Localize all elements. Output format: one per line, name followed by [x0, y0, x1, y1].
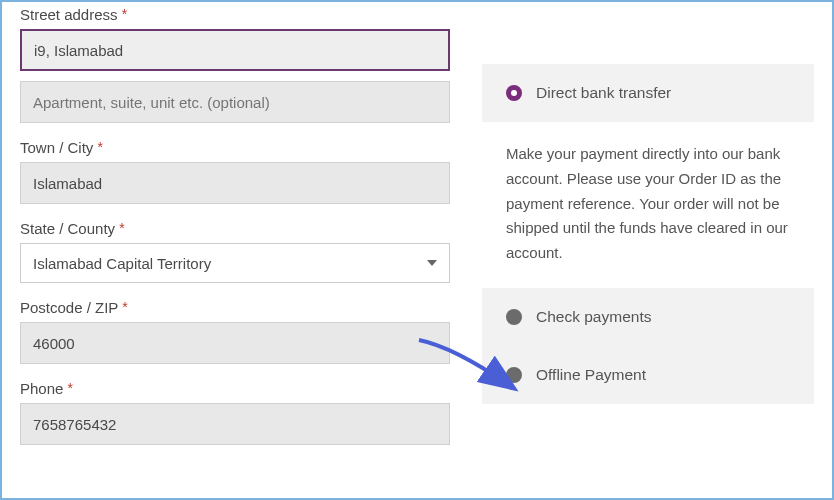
- state-select[interactable]: Islamabad Capital Territory: [20, 243, 450, 283]
- address-line2-input[interactable]: [20, 81, 450, 123]
- phone-label: Phone *: [20, 380, 450, 397]
- payment-option-offline[interactable]: Offline Payment: [482, 346, 814, 404]
- state-group: State / County * Islamabad Capital Terri…: [20, 220, 450, 283]
- label-text: Phone: [20, 380, 63, 397]
- payment-option-bank-transfer[interactable]: Direct bank transfer: [482, 64, 814, 122]
- payment-option-label: Offline Payment: [536, 366, 646, 384]
- payment-option-label: Check payments: [536, 308, 651, 326]
- street-address-group: Street address *: [20, 6, 450, 123]
- city-group: Town / City *: [20, 139, 450, 204]
- city-input[interactable]: [20, 162, 450, 204]
- phone-input[interactable]: [20, 403, 450, 445]
- state-selected-value: Islamabad Capital Territory: [33, 255, 211, 272]
- state-label: State / County *: [20, 220, 450, 237]
- required-asterisk: *: [68, 380, 73, 396]
- city-label: Town / City *: [20, 139, 450, 156]
- label-text: Town / City: [20, 139, 93, 156]
- billing-form-column: Street address * Town / City * State / C…: [20, 6, 450, 480]
- payment-bank-description: Make your payment directly into our bank…: [482, 122, 814, 288]
- label-text: State / County: [20, 220, 115, 237]
- postcode-label: Postcode / ZIP *: [20, 299, 450, 316]
- radio-unselected-icon: [506, 367, 522, 383]
- label-text: Postcode / ZIP: [20, 299, 118, 316]
- radio-selected-icon: [506, 85, 522, 101]
- postcode-group: Postcode / ZIP *: [20, 299, 450, 364]
- street-address-label: Street address *: [20, 6, 450, 23]
- payment-column: Direct bank transfer Make your payment d…: [482, 6, 814, 480]
- radio-unselected-icon: [506, 309, 522, 325]
- checkout-frame: Street address * Town / City * State / C…: [0, 0, 834, 500]
- payment-methods-box: Direct bank transfer Make your payment d…: [482, 64, 814, 404]
- payment-option-label: Direct bank transfer: [536, 84, 671, 102]
- required-asterisk: *: [98, 139, 103, 155]
- phone-group: Phone *: [20, 380, 450, 445]
- chevron-down-icon: [427, 260, 437, 266]
- postcode-input[interactable]: [20, 322, 450, 364]
- payment-option-check[interactable]: Check payments: [482, 288, 814, 346]
- required-asterisk: *: [122, 6, 127, 22]
- label-text: Street address: [20, 6, 118, 23]
- street-address-input[interactable]: [20, 29, 450, 71]
- required-asterisk: *: [119, 220, 124, 236]
- required-asterisk: *: [122, 299, 127, 315]
